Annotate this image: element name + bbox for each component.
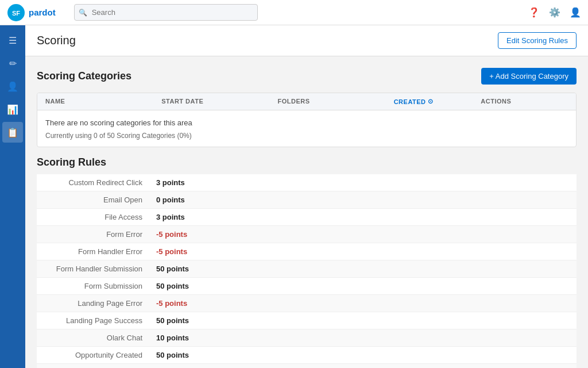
table-row: Form Error-5 points xyxy=(37,226,577,243)
logo: SF pardot xyxy=(7,3,56,22)
table-row: Opportunity Lost-100 points xyxy=(37,364,577,368)
col-header-actions: ACTIONS xyxy=(481,98,568,105)
scoring-rules-table: Custom Redirect Click3 pointsEmail Open0… xyxy=(37,174,577,368)
add-scoring-category-button[interactable]: + Add Scoring Category xyxy=(481,68,577,85)
rule-name: Email Open xyxy=(37,191,152,208)
rule-value: 50 points xyxy=(152,278,577,294)
col-header-start-date: START DATE xyxy=(161,98,277,105)
scoring-rules-title: Scoring Rules xyxy=(37,156,577,168)
rule-name: File Access xyxy=(37,209,152,225)
main-content: Scoring Categories + Add Scoring Categor… xyxy=(25,56,588,368)
col-header-folders: FOLDERS xyxy=(277,98,393,105)
sidebar-item-reports[interactable]: 📊 xyxy=(2,99,23,120)
col-header-created[interactable]: CREATED ⊙ xyxy=(394,98,481,105)
rule-value: 50 points xyxy=(152,260,577,277)
table-row: Landing Page Error-5 points xyxy=(37,295,577,312)
rule-name: Form Handler Submission xyxy=(37,260,152,277)
rule-value: 50 points xyxy=(152,312,577,329)
search-input[interactable] xyxy=(74,4,258,21)
table-row: Form Handler Error-5 points xyxy=(37,243,577,260)
sort-icon: ⊙ xyxy=(428,98,434,105)
rule-value: 50 points xyxy=(152,347,577,363)
rule-name: Opportunity Lost xyxy=(37,364,152,368)
user-icon[interactable]: 👤 xyxy=(570,7,581,18)
rule-value: 3 points xyxy=(152,174,577,191)
sidebar-item-menu[interactable]: ☰ xyxy=(2,30,23,51)
table-header-row: NAME START DATE FOLDERS CREATED ⊙ ACTION… xyxy=(37,93,576,110)
salesforce-logo-icon: SF xyxy=(7,3,25,22)
search-icon: 🔍 xyxy=(79,9,87,17)
sidebar: ☰ ✏ 👤 📊 📋 xyxy=(0,25,25,368)
rule-value: 10 points xyxy=(152,329,577,346)
table-row: Form Submission50 points xyxy=(37,278,577,295)
help-icon[interactable]: ❓ xyxy=(528,7,540,18)
rule-value: -5 points xyxy=(152,226,577,243)
svg-text:SF: SF xyxy=(12,10,20,17)
reports-icon: 📊 xyxy=(7,104,18,115)
rule-value: 0 points xyxy=(152,191,577,208)
topnav-actions: ❓ ⚙️ 👤 xyxy=(528,7,581,18)
content-area: Scoring Edit Scoring Rules Scoring Categ… xyxy=(25,25,588,368)
table-row: Email Open0 points xyxy=(37,191,577,209)
rule-name: Olark Chat xyxy=(37,329,152,346)
top-navigation: SF pardot 🔍 ❓ ⚙️ 👤 xyxy=(0,0,588,25)
rule-value: 3 points xyxy=(152,209,577,225)
table-usage-info: Currently using 0 of 50 Scoring Categori… xyxy=(37,129,576,147)
table-row: Custom Redirect Click3 points xyxy=(37,174,577,191)
rule-name: Landing Page Success xyxy=(37,312,152,329)
rule-name: Custom Redirect Click xyxy=(37,174,152,191)
scoring-rules-section: Scoring Rules Custom Redirect Click3 poi… xyxy=(37,156,577,368)
table-empty-message: There are no scoring categories for this… xyxy=(37,110,576,129)
sidebar-item-contacts[interactable]: 👤 xyxy=(2,76,23,97)
menu-icon: ☰ xyxy=(9,35,17,46)
rule-name: Form Error xyxy=(37,226,152,243)
rule-value: -5 points xyxy=(152,295,577,312)
sidebar-item-scoring[interactable]: 📋 xyxy=(2,122,23,143)
rule-name: Landing Page Error xyxy=(37,295,152,312)
contacts-icon: 👤 xyxy=(7,81,18,92)
table-row: Form Handler Submission50 points xyxy=(37,260,577,278)
rule-value: -5 points xyxy=(152,243,577,260)
edit-icon: ✏ xyxy=(9,58,17,69)
scoring-icon: 📋 xyxy=(7,127,18,138)
table-row: File Access3 points xyxy=(37,209,577,226)
settings-icon[interactable]: ⚙️ xyxy=(549,7,560,18)
table-row: Landing Page Success50 points xyxy=(37,312,577,329)
page-title: Scoring xyxy=(37,34,76,47)
table-row: Olark Chat10 points xyxy=(37,329,577,347)
sidebar-item-edit[interactable]: ✏ xyxy=(2,53,23,74)
rule-name: Form Submission xyxy=(37,278,152,294)
table-row: Opportunity Created50 points xyxy=(37,347,577,364)
scoring-categories-section-header: Scoring Categories + Add Scoring Categor… xyxy=(37,68,577,85)
edit-scoring-rules-button[interactable]: Edit Scoring Rules xyxy=(498,32,577,49)
col-header-name: NAME xyxy=(45,98,161,105)
page-header: Scoring Edit Scoring Rules xyxy=(25,25,588,56)
rule-value: -100 points xyxy=(152,364,577,368)
rule-name: Form Handler Error xyxy=(37,243,152,260)
rule-name: Opportunity Created xyxy=(37,347,152,363)
search-box[interactable]: 🔍 xyxy=(74,4,258,21)
scoring-categories-title: Scoring Categories xyxy=(37,70,131,82)
scoring-categories-table: NAME START DATE FOLDERS CREATED ⊙ ACTION… xyxy=(37,93,577,147)
logo-text: pardot xyxy=(29,7,56,17)
